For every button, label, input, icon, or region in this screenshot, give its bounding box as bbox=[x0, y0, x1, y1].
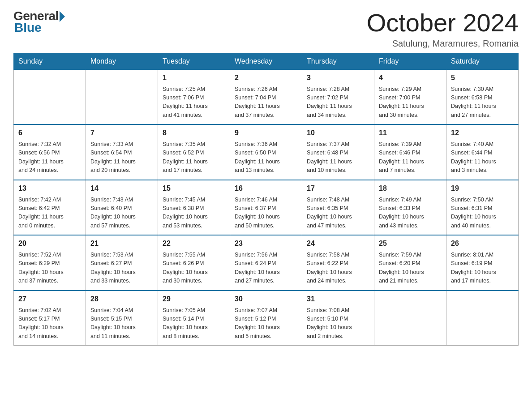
day-number: 4 bbox=[379, 73, 442, 83]
day-number: 25 bbox=[379, 238, 442, 249]
day-info: Sunrise: 7:33 AM Sunset: 6:54 PM Dayligh… bbox=[90, 140, 153, 175]
day-number: 3 bbox=[307, 73, 369, 83]
weekday-header-thursday: Thursday bbox=[302, 53, 374, 69]
calendar-cell: 16Sunrise: 7:46 AM Sunset: 6:37 PM Dayli… bbox=[230, 180, 302, 235]
calendar-cell: 19Sunrise: 7:50 AM Sunset: 6:31 PM Dayli… bbox=[446, 180, 519, 235]
weekday-header-tuesday: Tuesday bbox=[158, 53, 230, 69]
calendar-header: SundayMondayTuesdayWednesdayThursdayFrid… bbox=[14, 53, 519, 69]
title-section: October 2024 Satulung, Maramures, Romani… bbox=[367, 9, 519, 49]
day-number: 30 bbox=[235, 294, 297, 304]
calendar-week-row: 1Sunrise: 7:25 AM Sunset: 7:06 PM Daylig… bbox=[14, 69, 519, 125]
calendar-table: SundayMondayTuesdayWednesdayThursdayFrid… bbox=[13, 53, 519, 346]
calendar-cell: 2Sunrise: 7:26 AM Sunset: 7:04 PM Daylig… bbox=[230, 69, 302, 125]
day-number: 13 bbox=[18, 183, 81, 194]
calendar-cell: 4Sunrise: 7:29 AM Sunset: 7:00 PM Daylig… bbox=[374, 69, 446, 125]
day-number: 24 bbox=[307, 238, 369, 249]
calendar-cell bbox=[374, 291, 446, 346]
weekday-header-row: SundayMondayTuesdayWednesdayThursdayFrid… bbox=[14, 53, 519, 69]
day-info: Sunrise: 7:42 AM Sunset: 6:42 PM Dayligh… bbox=[18, 196, 81, 231]
calendar-cell: 28Sunrise: 7:04 AM Sunset: 5:15 PM Dayli… bbox=[86, 291, 158, 346]
day-info: Sunrise: 7:04 AM Sunset: 5:15 PM Dayligh… bbox=[90, 306, 153, 341]
day-number: 20 bbox=[18, 238, 81, 249]
month-title: October 2024 bbox=[367, 9, 519, 37]
calendar-cell bbox=[14, 69, 86, 125]
day-info: Sunrise: 7:02 AM Sunset: 5:17 PM Dayligh… bbox=[18, 306, 81, 341]
weekday-header-sunday: Sunday bbox=[14, 53, 86, 69]
day-info: Sunrise: 7:49 AM Sunset: 6:33 PM Dayligh… bbox=[379, 196, 442, 231]
weekday-header-friday: Friday bbox=[374, 53, 446, 69]
page-header: General Blue October 2024 Satulung, Mara… bbox=[13, 9, 519, 49]
day-info: Sunrise: 7:26 AM Sunset: 7:04 PM Dayligh… bbox=[235, 85, 297, 120]
day-number: 14 bbox=[90, 183, 153, 194]
day-info: Sunrise: 7:48 AM Sunset: 6:35 PM Dayligh… bbox=[307, 196, 369, 231]
day-info: Sunrise: 7:46 AM Sunset: 6:37 PM Dayligh… bbox=[235, 196, 297, 231]
day-number: 26 bbox=[451, 238, 514, 249]
day-info: Sunrise: 7:55 AM Sunset: 6:26 PM Dayligh… bbox=[163, 251, 225, 286]
calendar-cell: 3Sunrise: 7:28 AM Sunset: 7:02 PM Daylig… bbox=[302, 69, 374, 125]
calendar-cell: 6Sunrise: 7:32 AM Sunset: 6:56 PM Daylig… bbox=[14, 124, 86, 180]
day-info: Sunrise: 7:05 AM Sunset: 5:14 PM Dayligh… bbox=[163, 306, 225, 341]
day-number: 2 bbox=[235, 73, 297, 83]
day-number: 22 bbox=[163, 238, 225, 249]
calendar-cell: 24Sunrise: 7:58 AM Sunset: 6:22 PM Dayli… bbox=[302, 235, 374, 291]
day-info: Sunrise: 7:30 AM Sunset: 6:58 PM Dayligh… bbox=[451, 85, 514, 120]
calendar-cell: 9Sunrise: 7:36 AM Sunset: 6:50 PM Daylig… bbox=[230, 124, 302, 180]
location-text: Satulung, Maramures, Romania bbox=[367, 39, 519, 49]
day-info: Sunrise: 7:40 AM Sunset: 6:44 PM Dayligh… bbox=[451, 140, 514, 175]
calendar-cell: 23Sunrise: 7:56 AM Sunset: 6:24 PM Dayli… bbox=[230, 235, 302, 291]
day-info: Sunrise: 7:37 AM Sunset: 6:48 PM Dayligh… bbox=[307, 140, 369, 175]
calendar-cell: 8Sunrise: 7:35 AM Sunset: 6:52 PM Daylig… bbox=[158, 124, 230, 180]
calendar-cell: 14Sunrise: 7:43 AM Sunset: 6:40 PM Dayli… bbox=[86, 180, 158, 235]
day-number: 18 bbox=[379, 183, 442, 194]
calendar-cell: 30Sunrise: 7:07 AM Sunset: 5:12 PM Dayli… bbox=[230, 291, 302, 346]
calendar-cell: 29Sunrise: 7:05 AM Sunset: 5:14 PM Dayli… bbox=[158, 291, 230, 346]
logo-blue-text: Blue bbox=[14, 21, 42, 35]
day-number: 1 bbox=[163, 73, 225, 83]
day-info: Sunrise: 7:32 AM Sunset: 6:56 PM Dayligh… bbox=[18, 140, 81, 175]
day-info: Sunrise: 7:45 AM Sunset: 6:38 PM Dayligh… bbox=[163, 196, 225, 231]
calendar-week-row: 27Sunrise: 7:02 AM Sunset: 5:17 PM Dayli… bbox=[14, 291, 519, 346]
logo: General Blue bbox=[13, 9, 65, 35]
calendar-cell: 31Sunrise: 7:08 AM Sunset: 5:10 PM Dayli… bbox=[302, 291, 374, 346]
day-number: 9 bbox=[235, 128, 297, 138]
day-number: 23 bbox=[235, 238, 297, 249]
day-info: Sunrise: 8:01 AM Sunset: 6:19 PM Dayligh… bbox=[451, 251, 514, 286]
day-info: Sunrise: 7:52 AM Sunset: 6:29 PM Dayligh… bbox=[18, 251, 81, 286]
weekday-header-wednesday: Wednesday bbox=[230, 53, 302, 69]
calendar-week-row: 6Sunrise: 7:32 AM Sunset: 6:56 PM Daylig… bbox=[14, 124, 519, 180]
calendar-cell: 20Sunrise: 7:52 AM Sunset: 6:29 PM Dayli… bbox=[14, 235, 86, 291]
calendar-week-row: 13Sunrise: 7:42 AM Sunset: 6:42 PM Dayli… bbox=[14, 180, 519, 235]
day-info: Sunrise: 7:56 AM Sunset: 6:24 PM Dayligh… bbox=[235, 251, 297, 286]
day-number: 10 bbox=[307, 128, 369, 138]
day-number: 8 bbox=[163, 128, 225, 138]
day-number: 7 bbox=[90, 128, 153, 138]
calendar-cell: 26Sunrise: 8:01 AM Sunset: 6:19 PM Dayli… bbox=[446, 235, 519, 291]
weekday-header-saturday: Saturday bbox=[446, 53, 519, 69]
day-number: 17 bbox=[307, 183, 369, 194]
calendar-cell: 12Sunrise: 7:40 AM Sunset: 6:44 PM Dayli… bbox=[446, 124, 519, 180]
day-number: 11 bbox=[379, 128, 442, 138]
calendar-cell: 17Sunrise: 7:48 AM Sunset: 6:35 PM Dayli… bbox=[302, 180, 374, 235]
calendar-cell: 13Sunrise: 7:42 AM Sunset: 6:42 PM Dayli… bbox=[14, 180, 86, 235]
calendar-cell: 11Sunrise: 7:39 AM Sunset: 6:46 PM Dayli… bbox=[374, 124, 446, 180]
day-number: 15 bbox=[163, 183, 225, 194]
calendar-cell: 25Sunrise: 7:59 AM Sunset: 6:20 PM Dayli… bbox=[374, 235, 446, 291]
day-info: Sunrise: 7:28 AM Sunset: 7:02 PM Dayligh… bbox=[307, 85, 369, 120]
day-info: Sunrise: 7:53 AM Sunset: 6:27 PM Dayligh… bbox=[90, 251, 153, 286]
day-info: Sunrise: 7:58 AM Sunset: 6:22 PM Dayligh… bbox=[307, 251, 369, 286]
day-info: Sunrise: 7:43 AM Sunset: 6:40 PM Dayligh… bbox=[90, 196, 153, 231]
day-info: Sunrise: 7:35 AM Sunset: 6:52 PM Dayligh… bbox=[163, 140, 225, 175]
day-number: 19 bbox=[451, 183, 514, 194]
day-info: Sunrise: 7:36 AM Sunset: 6:50 PM Dayligh… bbox=[235, 140, 297, 175]
calendar-cell: 21Sunrise: 7:53 AM Sunset: 6:27 PM Dayli… bbox=[86, 235, 158, 291]
calendar-cell bbox=[86, 69, 158, 125]
day-number: 16 bbox=[235, 183, 297, 194]
day-info: Sunrise: 7:29 AM Sunset: 7:00 PM Dayligh… bbox=[379, 85, 442, 120]
calendar-cell: 7Sunrise: 7:33 AM Sunset: 6:54 PM Daylig… bbox=[86, 124, 158, 180]
day-number: 6 bbox=[18, 128, 81, 138]
day-info: Sunrise: 7:07 AM Sunset: 5:12 PM Dayligh… bbox=[235, 306, 297, 341]
calendar-cell: 27Sunrise: 7:02 AM Sunset: 5:17 PM Dayli… bbox=[14, 291, 86, 346]
day-number: 5 bbox=[451, 73, 514, 83]
calendar-cell: 10Sunrise: 7:37 AM Sunset: 6:48 PM Dayli… bbox=[302, 124, 374, 180]
day-info: Sunrise: 7:25 AM Sunset: 7:06 PM Dayligh… bbox=[163, 85, 225, 120]
